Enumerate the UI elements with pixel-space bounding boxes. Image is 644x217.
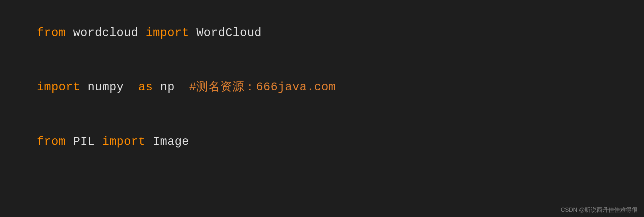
keyword-from-2: from: [37, 135, 66, 148]
code-text: PIL: [66, 135, 102, 148]
code-text: np: [153, 81, 189, 94]
code-line-1: from wordcloud import WordCloud: [8, 6, 636, 60]
code-line-4: text = 'haa aaa aaa aaa aaa aaa aaa aaa …: [8, 205, 636, 217]
keyword-import-2: import: [37, 81, 80, 94]
code-text: WordCloud: [189, 26, 262, 40]
blank-line-2: [8, 187, 636, 205]
blank-line-1: [8, 169, 636, 187]
code-text: wordcloud: [66, 26, 146, 40]
keyword-import-3: import: [102, 135, 146, 148]
code-line-3: from PIL import Image: [8, 115, 636, 169]
code-text: numpy: [80, 81, 138, 94]
code-editor: from wordcloud import WordCloud import n…: [0, 0, 644, 217]
keyword-from-1: from: [37, 26, 66, 40]
code-comment: #测名资源：666java.com: [189, 81, 336, 94]
keyword-as: as: [138, 81, 153, 94]
keyword-import-1: import: [146, 26, 189, 40]
watermark: CSDN @听说西丹佳佳难得很: [561, 206, 638, 214]
code-text: Image: [146, 135, 189, 148]
code-line-2: import numpy as np #测名资源：666java.com: [8, 60, 636, 114]
